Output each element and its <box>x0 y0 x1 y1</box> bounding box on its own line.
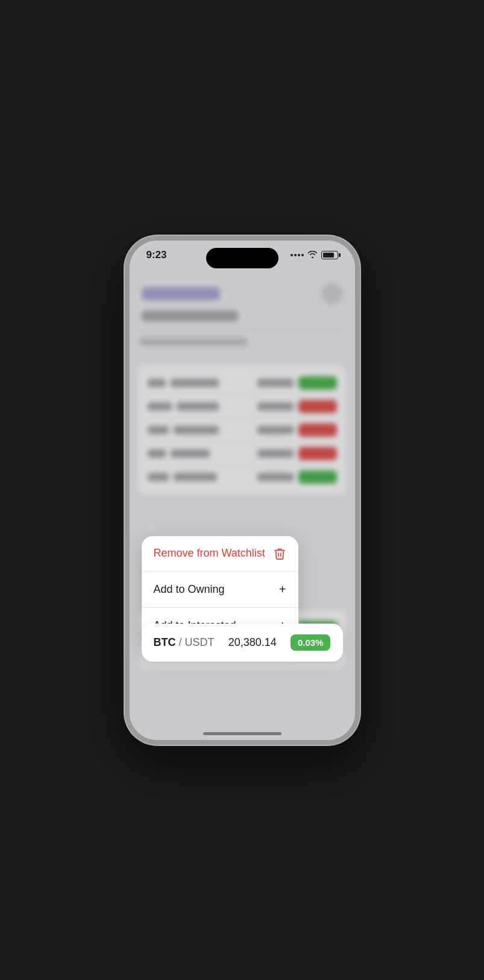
home-indicator <box>203 732 281 735</box>
signal-icon <box>291 254 304 256</box>
ticker-card: BTC / USDT 20,380.14 0.03% <box>142 624 343 662</box>
ticker-quote: USDT <box>185 636 215 648</box>
add-owning-item[interactable]: Add to Owning + <box>142 572 298 608</box>
trash-icon <box>273 547 286 560</box>
remove-watchlist-label: Remove from Watchlist <box>154 547 265 560</box>
status-time: 9:23 <box>146 249 167 261</box>
phone-shell: 9:23 <box>125 236 360 745</box>
screen: 9:23 <box>130 241 355 740</box>
ticker-separator: / <box>176 636 185 648</box>
overlay <box>130 241 355 740</box>
plus-icon-owning: + <box>279 583 286 596</box>
ticker-change-badge: 0.03% <box>291 634 331 651</box>
status-icons <box>291 250 338 260</box>
dynamic-island <box>206 248 278 268</box>
battery-icon <box>321 251 338 259</box>
ticker-price: 20,380.14 <box>228 636 277 649</box>
remove-watchlist-item[interactable]: Remove from Watchlist <box>142 536 298 572</box>
add-owning-label: Add to Owning <box>154 583 225 596</box>
wifi-icon <box>307 250 318 260</box>
ticker-pair: BTC / USDT <box>154 636 215 649</box>
ticker-base: BTC <box>154 636 176 648</box>
